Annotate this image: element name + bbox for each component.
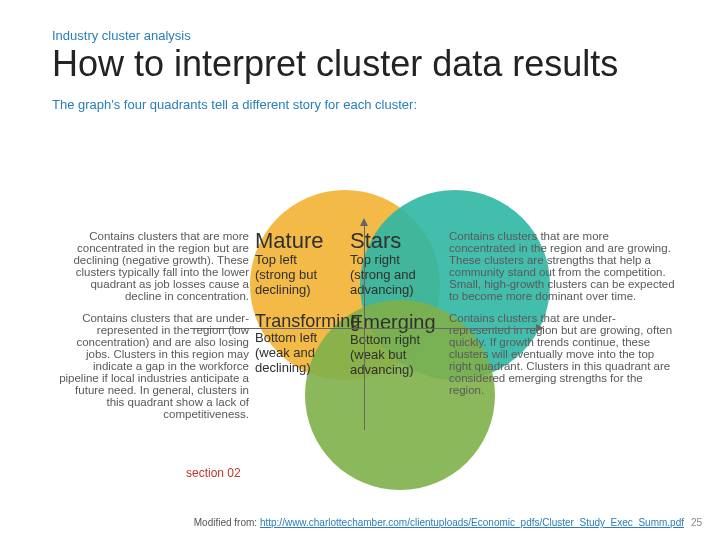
page-number: 25 xyxy=(691,517,702,528)
lead-text: The graph's four quadrants tell a differ… xyxy=(52,97,684,112)
page-title: How to interpret cluster data results xyxy=(52,45,684,83)
transforming-sub: Bottom left xyxy=(255,330,350,345)
mature-head: Mature xyxy=(255,230,350,252)
transforming-desc: (weak and declining) xyxy=(255,345,350,375)
quadrant-grid: Contains clusters that are more concentr… xyxy=(55,230,675,420)
slide: Industry cluster analysis How to interpr… xyxy=(0,0,720,540)
modified-prefix: Modified from: xyxy=(194,517,260,528)
axis-horizontal xyxy=(190,328,538,329)
arrow-right-icon xyxy=(536,324,544,332)
section-label: section 02 xyxy=(186,466,241,480)
mature-sub: Top left xyxy=(255,252,350,267)
stars-body: Contains clusters that are more concentr… xyxy=(445,230,675,302)
mature-desc: (strong but declining) xyxy=(255,267,350,297)
source-link[interactable]: http://www.charlottechamber.com/clientup… xyxy=(260,517,684,528)
modified-from: Modified from: http://www.charlottechamb… xyxy=(194,517,684,528)
arrow-up-icon xyxy=(360,218,368,226)
mature-body: Contains clusters that are more concentr… xyxy=(55,230,255,302)
kicker: Industry cluster analysis xyxy=(52,28,684,43)
